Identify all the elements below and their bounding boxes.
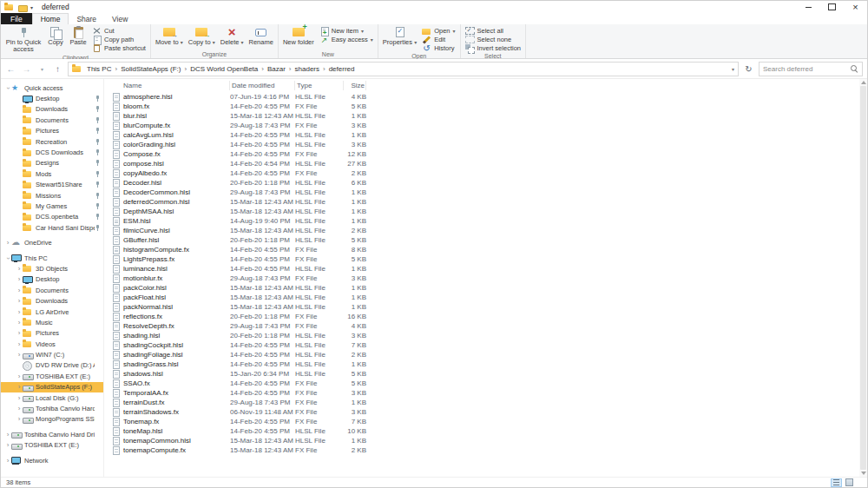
breadcrumb-item[interactable]: DCS World OpenBeta <box>187 65 260 73</box>
sidebar-item[interactable]: OneDrive <box>1 237 103 247</box>
expander-chevron-icon[interactable] <box>4 84 11 92</box>
file-row[interactable]: tonemapCommon.hlsl 15-Mar-18 12:43 AM HL… <box>106 436 867 445</box>
sidebar-item[interactable]: WIN7 (C:) <box>1 349 103 359</box>
sidebar-item[interactable]: Missions <box>1 190 103 201</box>
file-row[interactable]: calcAvgLum.hlsl 14-Feb-20 4:55 PM HLSL F… <box>106 130 867 140</box>
sidebar-item[interactable]: This PC <box>1 253 103 263</box>
sidebar-item[interactable]: DCS Downloads <box>1 147 103 157</box>
copy-path-button[interactable]: Copy path <box>90 36 148 43</box>
tab-share[interactable]: Share <box>69 13 104 24</box>
file-row[interactable]: copyAlbedo.fx 14-Feb-20 4:55 PM FX File … <box>106 168 867 178</box>
file-row[interactable]: tonemapCompute.fx 15-Mar-18 12:43 AM FX … <box>106 445 867 455</box>
delete-button[interactable]: Delete <box>219 25 246 50</box>
paste-button[interactable]: Paste <box>68 25 89 54</box>
select-none-button[interactable]: Select none <box>464 36 523 43</box>
refresh-button[interactable] <box>743 64 754 74</box>
file-row[interactable]: packNormal.hlsl 15-Mar-18 12:43 AM HLSL … <box>106 302 867 312</box>
rename-button[interactable]: Rename <box>247 25 275 50</box>
history-button[interactable]: History <box>420 44 457 52</box>
file-row[interactable]: ESM.hlsl 14-Aug-19 9:40 PM HLSL File 1 K… <box>106 216 867 226</box>
column-header-name[interactable]: Name <box>106 81 230 90</box>
expander-chevron-icon[interactable] <box>16 329 23 337</box>
sidebar-item[interactable]: DCS.openbeta <box>1 212 103 222</box>
cut-button[interactable]: Cut <box>90 27 148 35</box>
tab-view[interactable]: View <box>104 13 135 24</box>
column-header-date-modified[interactable]: Date modified <box>230 81 295 90</box>
quick-access-toolbar-icon[interactable] <box>18 3 27 11</box>
sidebar-item[interactable]: Mods <box>1 168 103 179</box>
copy-to-button[interactable]: Copy to <box>187 25 217 50</box>
file-row[interactable]: blur.hlsl 15-Mar-18 12:43 AM HLSL File 1… <box>106 111 867 121</box>
forward-button[interactable] <box>21 64 32 74</box>
properties-button[interactable]: Properties <box>381 25 418 52</box>
select-all-button[interactable]: Select all <box>464 27 523 35</box>
file-row[interactable]: GBuffer.hlsl 20-Feb-20 1:18 PM HLSL File… <box>106 235 867 245</box>
expander-chevron-icon[interactable] <box>16 351 23 359</box>
breadcrumb-item[interactable]: deferred <box>326 65 358 73</box>
sidebar-item[interactable]: Pictures <box>1 126 103 136</box>
details-view-button[interactable] <box>831 478 842 487</box>
file-row[interactable]: LightsPrepass.fx 14-Feb-20 4:55 PM FX Fi… <box>106 254 867 264</box>
sidebar-item[interactable]: MongoPrograms SSD (Z:) <box>1 414 103 425</box>
file-row[interactable]: TemporalAA.fx 14-Feb-20 4:55 PM FX File … <box>106 388 867 398</box>
expander-chevron-icon[interactable] <box>16 405 23 412</box>
file-row[interactable]: DepthMSAA.hlsl 15-Mar-18 12:43 AM HLSL F… <box>106 207 867 216</box>
sidebar-item[interactable]: Downloads <box>1 104 103 115</box>
sidebar-item[interactable]: Pictures <box>1 328 103 339</box>
file-row[interactable]: shadingGrass.hlsl 14-Feb-20 4:55 PM HLSL… <box>106 359 867 369</box>
sidebar-item[interactable]: TOSHIBA EXT (E:) <box>1 371 103 381</box>
close-button[interactable] <box>844 1 867 13</box>
column-header-type[interactable]: Type <box>295 81 344 90</box>
sidebar-item[interactable]: Recreation <box>1 136 103 147</box>
sidebar-item[interactable]: Music <box>1 317 103 327</box>
expander-chevron-icon[interactable] <box>16 297 23 305</box>
expander-chevron-icon[interactable] <box>16 319 23 326</box>
file-row[interactable]: deferredCommon.hlsl 15-Mar-18 12:43 AM H… <box>106 197 867 207</box>
maximize-button[interactable] <box>820 1 844 13</box>
file-row[interactable]: reflections.fx 20-Feb-20 1:18 PM FX File… <box>106 312 867 321</box>
breadcrumb-item[interactable]: This PC <box>84 65 114 73</box>
expander-chevron-icon[interactable] <box>4 254 11 262</box>
sidebar-item[interactable]: Toshiba Canvio Hard Drive (H:) <box>1 403 103 413</box>
expander-chevron-icon[interactable] <box>16 308 23 316</box>
paste-shortcut-button[interactable]: Paste shortcut <box>90 44 148 52</box>
sidebar-item[interactable]: Downloads <box>1 295 103 306</box>
recent-locations-caret-icon[interactable] <box>36 65 48 73</box>
move-to-button[interactable]: Move to <box>154 25 185 50</box>
file-row[interactable]: motionblur.fx 29-Aug-18 7:43 PM FX File … <box>106 274 867 283</box>
sidebar-item[interactable]: Stewart51Share <box>1 180 103 190</box>
sidebar-item[interactable]: TOSHIBA EXT (E:) <box>1 440 103 451</box>
sidebar-item[interactable]: DVD RW Drive (D:) Audio CD <box>1 360 103 371</box>
file-row[interactable]: Tonemap.fx 14-Feb-20 4:55 PM FX File 7 K… <box>106 417 867 426</box>
expander-chevron-icon[interactable] <box>4 239 11 247</box>
file-row[interactable]: SSAO.fx 14-Feb-20 4:55 PM FX File 5 KB <box>106 379 867 388</box>
breadcrumb-item[interactable]: SolidStateApps (F:) <box>118 65 183 73</box>
scroll-down-arrow-icon[interactable] <box>861 472 866 475</box>
file-row[interactable]: Compose.fx 14-Feb-20 4:55 PM FX File 12 … <box>106 149 867 159</box>
large-icons-view-button[interactable] <box>844 478 855 487</box>
file-row[interactable]: toneMap.hlsl 14-Feb-20 4:55 PM HLSL File… <box>106 426 867 436</box>
file-row[interactable]: DecoderCommon.hlsl 29-Aug-18 7:43 PM HLS… <box>106 188 867 197</box>
file-row[interactable]: bloom.fx 14-Feb-20 4:55 PM FX File 5 KB <box>106 102 867 111</box>
file-row[interactable]: blurCompute.fx 29-Aug-18 7:43 PM FX File… <box>106 121 867 130</box>
column-header-size[interactable]: Size <box>344 81 366 90</box>
sidebar-item[interactable]: 3D Objects <box>1 263 103 274</box>
file-row[interactable]: atmosphere.hlsl 07-Jun-19 4:16 PM HLSL F… <box>106 92 867 102</box>
sidebar-item[interactable]: Network <box>1 455 103 465</box>
file-row[interactable]: shadingCockpit.hlsl 14-Feb-20 4:55 PM HL… <box>106 340 867 350</box>
expander-chevron-icon[interactable] <box>16 287 23 294</box>
file-row[interactable]: packFloat.hlsl 15-Mar-18 12:43 AM HLSL F… <box>106 293 867 302</box>
file-row[interactable]: luminance.hlsl 14-Feb-20 4:55 PM HLSL Fi… <box>106 264 867 274</box>
expander-chevron-icon[interactable] <box>4 457 11 465</box>
sidebar-item[interactable]: Toshiba Canvio Hard Drive (H:) <box>1 429 103 439</box>
tab-file[interactable]: File <box>1 13 32 24</box>
sidebar-item[interactable]: SolidStateApps (F:) <box>1 382 103 392</box>
pin-to-quick-access-button[interactable]: Pin to Quick access <box>3 25 43 54</box>
sidebar-item[interactable]: Local Disk (G:) <box>1 392 103 403</box>
invert-selection-button[interactable]: Invert selection <box>464 44 523 52</box>
file-row[interactable]: compose.hlsl 14-Feb-20 4:54 PM HLSL File… <box>106 159 867 168</box>
expander-chevron-icon[interactable] <box>16 383 23 391</box>
sidebar-item[interactable]: Car Hand Sani Dispenser <box>1 222 103 233</box>
sidebar-item[interactable]: LG AirDrive <box>1 307 103 317</box>
sidebar-item[interactable]: Quick access <box>1 82 103 93</box>
